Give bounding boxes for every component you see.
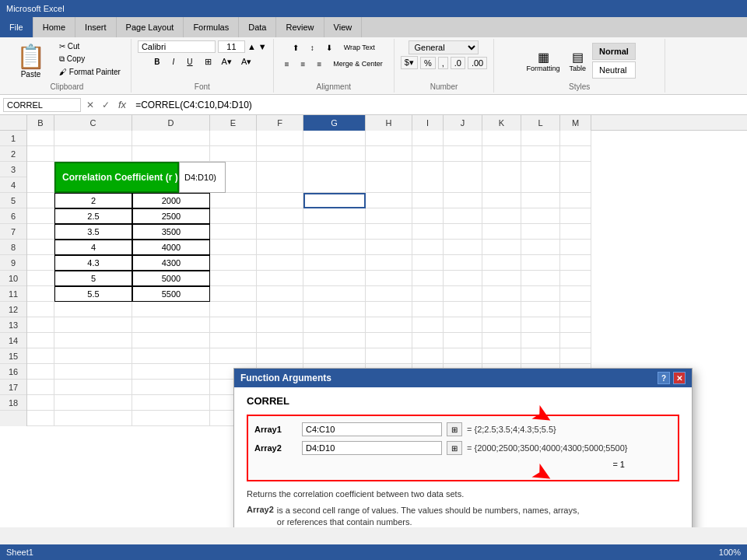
- cell-i2[interactable]: [412, 146, 444, 162]
- cell-d5[interactable]: 2500: [132, 208, 210, 224]
- cell-l3[interactable]: [521, 162, 560, 193]
- col-header-g[interactable]: G: [303, 115, 366, 131]
- cell-i10[interactable]: [412, 286, 444, 302]
- cell-c9[interactable]: 5: [54, 271, 132, 286]
- col-header-i[interactable]: I: [412, 115, 444, 131]
- cell-k2[interactable]: [482, 146, 521, 162]
- row-header-16[interactable]: 16: [0, 364, 26, 380]
- cell-k7[interactable]: [482, 240, 521, 255]
- cell-l10[interactable]: [521, 286, 560, 302]
- row-header-14[interactable]: 14: [0, 333, 26, 348]
- cell-h2[interactable]: [366, 146, 412, 162]
- cell-k5[interactable]: [482, 208, 521, 224]
- cell-g6[interactable]: [303, 224, 366, 240]
- cell-b4[interactable]: [27, 193, 54, 208]
- cell-l5[interactable]: [521, 208, 560, 224]
- wrap-text-button[interactable]: Wrap Text: [339, 40, 380, 55]
- format-as-table-button[interactable]: ▤ Table: [566, 47, 590, 75]
- cell-h6[interactable]: [366, 224, 412, 240]
- cell-k10[interactable]: [482, 286, 521, 302]
- cancel-icon[interactable]: ✕: [84, 99, 96, 111]
- cell-f8[interactable]: [257, 255, 303, 271]
- row-header-3[interactable]: 3: [0, 162, 26, 177]
- cell-m6[interactable]: [560, 224, 591, 240]
- cell-l7[interactable]: [521, 240, 560, 255]
- cell-h7[interactable]: [366, 240, 412, 255]
- name-box[interactable]: [3, 98, 81, 112]
- cell-f2[interactable]: [257, 146, 303, 162]
- cell-e1[interactable]: [210, 131, 257, 146]
- cell-g5[interactable]: [303, 208, 366, 224]
- col-header-k[interactable]: K: [482, 115, 521, 131]
- cell-e9[interactable]: [210, 271, 257, 286]
- correl-formula-cell[interactable]: D4:D10): [179, 162, 226, 193]
- cell-b2[interactable]: [27, 146, 54, 162]
- align-right-button[interactable]: ≡: [312, 57, 326, 72]
- cell-e5[interactable]: [210, 208, 257, 224]
- copy-button[interactable]: ⧉ Copy: [55, 53, 124, 65]
- cell-i8[interactable]: [412, 255, 444, 271]
- cell-b9[interactable]: [27, 271, 54, 286]
- cell-j3[interactable]: [444, 162, 482, 193]
- cell-l8[interactable]: [521, 255, 560, 271]
- cell-l9[interactable]: [521, 271, 560, 286]
- array1-range-button[interactable]: ⊞: [447, 422, 462, 436]
- cell-c8[interactable]: 4.3: [54, 255, 132, 271]
- cell-i3[interactable]: [412, 162, 444, 193]
- cell-g8[interactable]: [303, 255, 366, 271]
- cell-b10[interactable]: [27, 286, 54, 302]
- cell-j1[interactable]: [444, 131, 482, 146]
- cell-i9[interactable]: [412, 271, 444, 286]
- row-header-6[interactable]: 6: [0, 208, 26, 224]
- normal-style-button[interactable]: Normal: [592, 43, 636, 60]
- dialog-help-button[interactable]: ?: [658, 372, 670, 384]
- row-header-8[interactable]: 8: [0, 240, 26, 255]
- font-size-down-icon[interactable]: ▼: [258, 42, 267, 51]
- cell-i6[interactable]: [412, 224, 444, 240]
- percent-button[interactable]: %: [420, 57, 436, 69]
- col-header-l[interactable]: L: [521, 115, 560, 131]
- cell-g10[interactable]: [303, 286, 366, 302]
- cell-g4[interactable]: [303, 193, 366, 208]
- cell-k4[interactable]: [482, 193, 521, 208]
- cell-f9[interactable]: [257, 271, 303, 286]
- fill-color-button[interactable]: A▾: [219, 55, 235, 68]
- cell-h8[interactable]: [366, 255, 412, 271]
- cell-f1[interactable]: [257, 131, 303, 146]
- cell-d9[interactable]: 5000: [132, 271, 210, 286]
- cell-m4[interactable]: [560, 193, 591, 208]
- row-header-11[interactable]: 11: [0, 286, 26, 302]
- cell-b6[interactable]: [27, 224, 54, 240]
- cell-c4[interactable]: 2: [54, 193, 132, 208]
- cell-j7[interactable]: [444, 240, 482, 255]
- cell-l4[interactable]: [521, 193, 560, 208]
- tab-formulas[interactable]: Formulas: [184, 17, 239, 37]
- cell-k6[interactable]: [482, 224, 521, 240]
- cell-c10[interactable]: 5.5: [54, 286, 132, 302]
- cell-h1[interactable]: [366, 131, 412, 146]
- row-header-5[interactable]: 5: [0, 193, 26, 208]
- cell-f7[interactable]: [257, 240, 303, 255]
- merge-center-button[interactable]: Merge & Center: [328, 57, 388, 72]
- cell-l1[interactable]: [521, 131, 560, 146]
- col-header-m[interactable]: M: [560, 115, 591, 131]
- cell-j2[interactable]: [444, 146, 482, 162]
- align-top-button[interactable]: ⬆: [288, 40, 303, 55]
- row-header-2[interactable]: 2: [0, 146, 26, 162]
- cell-k9[interactable]: [482, 271, 521, 286]
- font-size-up-icon[interactable]: ▲: [247, 42, 256, 51]
- cell-l6[interactable]: [521, 224, 560, 240]
- cell-c7[interactable]: 4: [54, 240, 132, 255]
- align-left-button[interactable]: ≡: [280, 57, 294, 72]
- cell-f4[interactable]: [257, 193, 303, 208]
- align-bottom-button[interactable]: ⬇: [321, 40, 337, 55]
- cell-j4[interactable]: [444, 193, 482, 208]
- cell-i7[interactable]: [412, 240, 444, 255]
- col-header-c[interactable]: C: [54, 115, 132, 131]
- cell-h10[interactable]: [366, 286, 412, 302]
- cell-h9[interactable]: [366, 271, 412, 286]
- cell-k8[interactable]: [482, 255, 521, 271]
- row-header-13[interactable]: 13: [0, 317, 26, 333]
- col-header-b[interactable]: B: [27, 115, 54, 131]
- font-size-input[interactable]: [218, 40, 245, 53]
